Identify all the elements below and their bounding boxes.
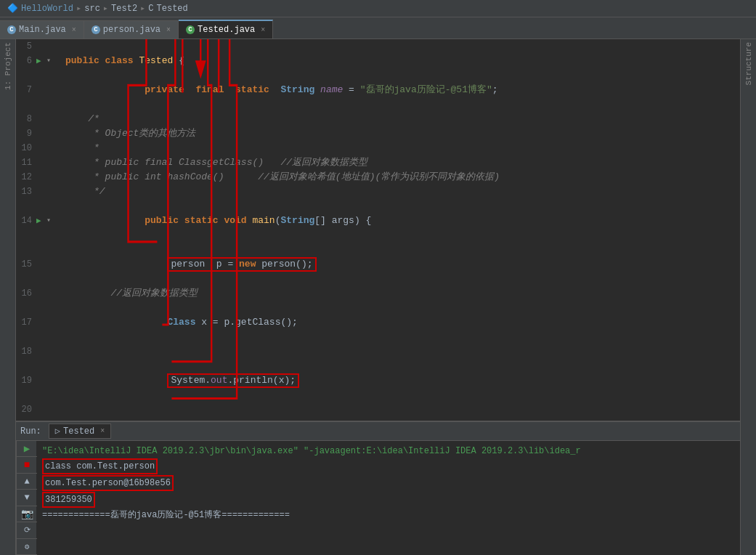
fold-btn-14[interactable]: ▾ — [46, 214, 57, 228]
code-line-12: 12 * public int hashCode() //返回对象哈希值(地址值… — [16, 170, 740, 185]
run-stop-btn[interactable]: ■ — [17, 457, 37, 473]
structure-label[interactable]: Structure — [744, 42, 753, 85]
code-line-14: 14 ▶ ▾ public static void main(String[] … — [16, 199, 740, 243]
code-line-6: 6 ▶ ▾ public class Tested { — [16, 54, 740, 68]
code-line-13: 13 */ — [16, 185, 740, 199]
breadcrumb-icon: 🔷 — [7, 3, 18, 14]
code-line-9: 9 * Object类的其他方法 — [16, 126, 740, 141]
output-line-3: 381259350 — [42, 492, 734, 508]
output-text-2: com.Test.person@16b98e56 — [42, 475, 174, 491]
code-line-11: 11 * public final ClassgetClass() //返回对象… — [16, 155, 740, 170]
breadcrumb-bar: 🔷 HelloWorld ▸ src ▸ Test2 ▸ C Tested — [0, 0, 756, 17]
tab-icon-person: C — [92, 25, 100, 34]
right-panel: Structure — [740, 39, 756, 555]
output-text-1: class com.Test.person — [42, 458, 158, 474]
code-line-18: 18 — [16, 344, 740, 359]
run-tab-close[interactable]: × — [100, 427, 105, 435]
tab-label-tested: Tested.java — [198, 25, 255, 35]
tab-close-main[interactable]: × — [72, 26, 76, 34]
run-btn-6[interactable]: ▶ — [36, 54, 46, 68]
tab-person-java[interactable]: C person.java × — [84, 20, 179, 39]
project-label[interactable]: 1: Project — [4, 42, 12, 90]
run-btn-14[interactable]: ▶ — [36, 214, 46, 228]
output-command-line: "E:\idea\IntelliJ IDEA 2019.2.3\jbr\bin\… — [42, 445, 734, 458]
command-text: "E:\idea\IntelliJ IDEA 2019.2.3\jbr\bin\… — [42, 445, 581, 458]
tab-label-person: person.java — [103, 25, 160, 35]
output-line-1: class com.Test.person — [42, 458, 734, 474]
breadcrumb-part-1[interactable]: HelloWorld — [21, 4, 73, 14]
code-line-19: 19 System.out.println(x); — [16, 359, 740, 402]
run-play-btn[interactable]: ▶ — [17, 441, 37, 457]
code-line-16: 16 //返回对象数据类型 — [16, 286, 740, 301]
code-line-7: 7 private final static String name = "磊哥… — [16, 68, 740, 112]
run-scroll-up-btn[interactable]: ▲ — [17, 474, 37, 490]
code-line-17: 17 Class x = p.getClass(); — [16, 301, 740, 344]
code-line-15: 15 person p = new person(); — [16, 243, 740, 286]
run-toolbar: ▶ ■ ▲ ▼ 📷 ⟳ ⚙ — [16, 441, 36, 555]
output-text-3: 381259350 — [42, 492, 95, 508]
tab-close-person[interactable]: × — [166, 26, 171, 34]
code-line-5: 5 — [16, 39, 740, 54]
output-separator-line: =============磊哥的java历险记-@51博客===========… — [42, 509, 734, 522]
run-body: ▶ ■ ▲ ▼ 📷 ⟳ ⚙ "E:\idea\IntelliJ IDEA 201… — [16, 441, 740, 555]
run-tab-icon: ▷ — [55, 426, 60, 437]
output-text-separator: =============磊哥的java历险记-@51博客===========… — [42, 509, 290, 522]
editor-content: 5 6 ▶ ▾ public class Tested { 7 — [16, 39, 740, 421]
code-line-10: 10 * — [16, 141, 740, 155]
run-label: Run: — [20, 426, 41, 437]
editor-wrapper: 5 6 ▶ ▾ public class Tested { 7 — [16, 39, 740, 555]
tab-bar: C Main.java × C person.java × C Tested.j… — [0, 17, 756, 39]
breadcrumb-part-2[interactable]: src — [84, 4, 100, 14]
run-rerun-btn[interactable]: ⟳ — [17, 522, 37, 538]
run-screenshot-btn[interactable]: 📷 — [17, 506, 37, 522]
code-line-8: 8 /* — [16, 112, 740, 126]
tab-icon-main: C — [7, 25, 16, 34]
breadcrumb-part-4-text[interactable]: Tested — [157, 4, 188, 14]
output-line-2: com.Test.person@16b98e56 — [42, 475, 734, 491]
run-tab-bar: Run: ▷ Tested × — [16, 422, 740, 441]
code-line-21: 21 System.out.println(p.toString()); — [16, 417, 740, 421]
project-panel: 1: Project — [0, 39, 16, 555]
tab-main-java[interactable]: C Main.java × — [0, 20, 84, 39]
tab-label-main: Main.java — [19, 25, 66, 35]
run-scroll-down-btn[interactable]: ▼ — [17, 490, 37, 506]
main-area: 1: Project — [0, 39, 756, 555]
tab-close-tested[interactable]: × — [261, 26, 265, 34]
run-tab-tested[interactable]: ▷ Tested × — [49, 424, 111, 439]
fold-btn-6[interactable]: ▾ — [46, 54, 57, 68]
breadcrumb-part-4: C — [148, 4, 153, 14]
run-content: "E:\idea\IntelliJ IDEA 2019.2.3\jbr\bin\… — [36, 441, 740, 555]
tab-tested-java[interactable]: C Tested.java × — [179, 20, 273, 39]
tab-icon-tested: C — [186, 25, 195, 34]
run-settings-btn[interactable]: ⚙ — [17, 539, 37, 555]
breadcrumb-part-3[interactable]: Test2 — [111, 4, 137, 14]
run-panel: Run: ▷ Tested × ▶ ■ ▲ ▼ 📷 ⟳ ⚙ — [16, 421, 740, 555]
code-line-20: 20 — [16, 402, 740, 417]
run-tab-label: Tested — [63, 426, 94, 437]
